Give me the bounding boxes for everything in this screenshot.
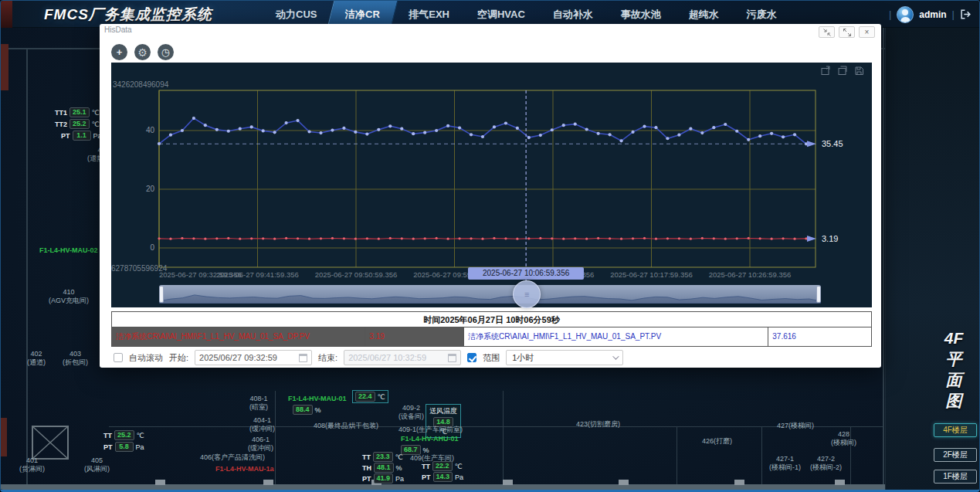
plan-room: 409-2 (设备间) xyxy=(398,404,424,421)
svg-text:0: 0 xyxy=(150,243,154,252)
plan-badge: TT23.3℃ xyxy=(362,452,403,462)
plan-badge: PT41.9Pa xyxy=(362,473,404,484)
save-icon[interactable] xyxy=(854,65,864,79)
wall-bottom-band xyxy=(1,484,980,490)
auto-scroll-label: 自动滚动 xyxy=(129,352,163,364)
end-value: 2025/06/27 10:32:59 xyxy=(348,353,426,362)
fullscreen-icon[interactable] xyxy=(839,26,855,38)
table-row[interactable]: 洁净系统CR\AI\AI_HMI\F1_L1_HV_MAU_01_SA_DP.P… xyxy=(112,327,871,346)
plan-title: 4F 平 面 图 xyxy=(931,327,977,411)
chevron-down-icon xyxy=(612,353,619,359)
svg-text:6278705596924: 6278705596924 xyxy=(111,264,168,273)
tag-value-cell-red: 3.19 xyxy=(365,327,464,346)
wall-segment xyxy=(883,28,884,492)
plan-tealbadge: 22.4℃ xyxy=(352,390,388,403)
slider-handle[interactable]: ≡ xyxy=(513,280,541,308)
floor-button-1f[interactable]: 1F楼层 xyxy=(934,470,977,484)
tab-label: 超纯水 xyxy=(689,8,719,20)
time-header: 时间2025年06月27日 10时06分59秒 xyxy=(112,312,871,327)
wall-block xyxy=(155,480,165,485)
logo-accent xyxy=(1,1,12,28)
range-select[interactable]: 1小时 xyxy=(506,350,623,365)
plan-badge: TT125.1℃ xyxy=(55,107,100,117)
close-icon[interactable]: × xyxy=(859,26,875,38)
tab-label: 事故水池 xyxy=(621,8,661,20)
calendar-icon[interactable] xyxy=(448,354,456,362)
svg-text:2025-06-27 09:41:59.356: 2025-06-27 09:41:59.356 xyxy=(216,270,299,279)
plan-accent xyxy=(1,44,8,90)
window-buttons: × xyxy=(819,26,875,38)
tab-label: 污废水 xyxy=(747,8,777,20)
app-title: FMCS厂务集成监控系统 xyxy=(44,5,212,25)
trend-chart-panel: 020402025-06-27 09:32:59.3562025-06-27 0… xyxy=(111,63,872,307)
plan-badge: TT225.2℃ xyxy=(55,119,100,129)
username: admin xyxy=(919,9,946,20)
calendar-icon[interactable] xyxy=(299,354,307,362)
wall-segment xyxy=(26,48,28,485)
plan-room: 426(打磨) xyxy=(702,437,732,446)
hisdata-dialog: HisData × xyxy=(100,24,881,368)
plan-dcc: 88.4% xyxy=(293,405,321,415)
plan-room: 410 (AGV充电间) xyxy=(49,288,89,305)
slider-waveform xyxy=(159,285,821,304)
zoom-window-icon[interactable] xyxy=(820,65,830,79)
plan-badge: PT1.1Pa xyxy=(61,131,102,141)
plan-badge: TT22.2℃ xyxy=(422,461,463,471)
tag-name-cell-blue: 洁净系统CR\AI\AI_HMI\F1_L1_HV_MAU_01_SA_PT.P… xyxy=(464,327,768,346)
svg-text:20: 20 xyxy=(146,185,155,193)
plan-tagred: F1-L4-HV-MAU-1a xyxy=(215,465,274,473)
range-label: 范围 xyxy=(483,352,500,364)
slider-left-cap[interactable] xyxy=(159,286,164,303)
wall-segment xyxy=(275,391,276,485)
range-value: 1小时 xyxy=(512,352,534,364)
end-datetime-input[interactable]: 2025/06/27 10:32:59 xyxy=(344,350,461,365)
start-value: 2025/06/27 09:32:59 xyxy=(199,353,277,362)
logout-icon[interactable] xyxy=(960,8,972,20)
wall-segment xyxy=(109,426,883,427)
dialog-toolbar xyxy=(111,44,174,60)
plan-badge: PT5.8Pa xyxy=(103,442,144,452)
tab-label: 自动补水 xyxy=(553,8,593,20)
svg-text:40: 40 xyxy=(146,126,155,134)
time-button[interactable] xyxy=(158,44,174,60)
plan-room: 427(楼梯间) xyxy=(777,422,814,430)
dialog-title: HisData xyxy=(104,25,132,34)
tab-label: 动力CUS xyxy=(276,8,317,20)
tag-name-cell-red: 洁净系统CR\AI\AI_HMI\F1_L1_HV_MAU_01_SA_DP.P… xyxy=(112,327,365,346)
values-table: 时间2025年06月27日 10时06分59秒 洁净系统CR\AI\AI_HMI… xyxy=(111,311,872,347)
tag-value-cell-blue: 37.616 xyxy=(768,327,871,346)
tab-label: 排气EXH xyxy=(409,8,449,20)
plan-room: 406(客户产品清洗间) xyxy=(200,453,265,462)
svg-text:3426208496094: 3426208496094 xyxy=(113,80,169,89)
wall-segment xyxy=(677,426,677,485)
plan-room: 427-2 (楼梯间-2) xyxy=(810,455,842,472)
start-datetime-input[interactable]: 2025/06/27 09:32:59 xyxy=(195,350,312,365)
add-tag-button[interactable] xyxy=(111,44,127,60)
slider-right-cap[interactable] xyxy=(816,286,821,303)
plan-room: 408-1 (暗室) xyxy=(249,395,268,412)
user-avatar[interactable] xyxy=(897,6,914,23)
plan-room: 401 (货淋间) xyxy=(19,456,45,473)
floor-button-4f[interactable]: 4F楼层 xyxy=(934,423,977,437)
plan-tag: F1-L4-HV-MAU-02 xyxy=(39,246,98,254)
plan-room: 408(最终品烘干包装) xyxy=(314,422,378,430)
plan-room: 402 (通道) xyxy=(27,350,46,367)
svg-text:2025-06-27 09:50:59.356: 2025-06-27 09:50:59.356 xyxy=(315,270,398,279)
settings-button[interactable] xyxy=(134,44,151,60)
table-header-row: 时间2025年06月27日 10时06分59秒 xyxy=(112,312,871,327)
restore-icon[interactable] xyxy=(819,26,835,38)
divider: | xyxy=(952,8,955,20)
svg-text:35.45: 35.45 xyxy=(822,139,843,148)
floor-button-2f[interactable]: 2F楼层 xyxy=(934,448,977,462)
time-range-slider[interactable]: ≡ xyxy=(159,285,821,304)
zoom-reset-icon[interactable] xyxy=(837,65,847,79)
plan-room: 428 (楼梯间) xyxy=(831,430,856,447)
plan-room: 405 (风淋间) xyxy=(84,456,110,473)
auto-scroll-checkbox[interactable] xyxy=(114,353,123,362)
range-checkbox[interactable] xyxy=(467,353,476,362)
divider: | xyxy=(889,8,891,20)
wall-segment xyxy=(503,391,504,485)
cursor-time-chip: 2025-06-27 10:06:59.356 xyxy=(468,267,584,280)
plan-room: 427-1 (楼梯间-1) xyxy=(769,455,801,472)
chart-tools xyxy=(820,65,864,79)
